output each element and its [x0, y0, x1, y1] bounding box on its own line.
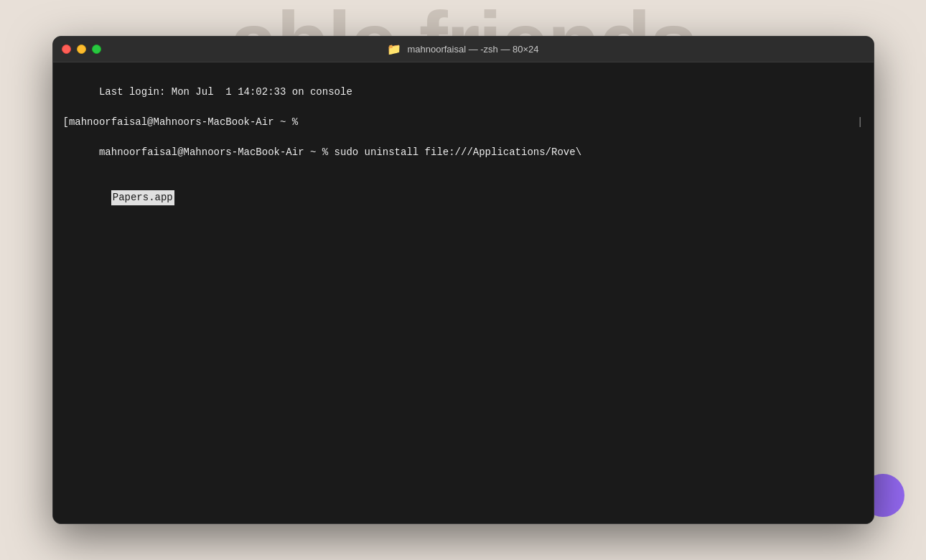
- terminal-line-5: [63, 220, 864, 235]
- traffic-lights: [62, 45, 101, 54]
- terminal-line-10: [63, 296, 864, 311]
- terminal-line-12: [63, 326, 864, 341]
- terminal-line-17: [63, 401, 864, 416]
- terminal-line-18: [63, 416, 864, 431]
- prompt-line-2: [mahnoorfaisal@Mahnoors-MacBook-Air ~ %: [63, 115, 299, 130]
- terminal-line-8: [63, 266, 864, 281]
- terminal-line-4-autocomplete: Papers.app: [63, 175, 864, 220]
- title-text: mahnoorfaisal — -zsh — 80×24: [407, 44, 538, 55]
- terminal-title: 📁 mahnoorfaisal — -zsh — 80×24: [387, 42, 538, 56]
- maximize-button[interactable]: [92, 45, 101, 54]
- terminal-line-14: [63, 356, 864, 371]
- autocomplete-highlight: Papers.app: [111, 190, 174, 205]
- terminal-line-6: [63, 235, 864, 251]
- terminal-window[interactable]: 📁 mahnoorfaisal — -zsh — 80×24 Last logi…: [52, 36, 874, 524]
- terminal-line-19: [63, 431, 864, 447]
- terminal-line-16: [63, 386, 864, 401]
- minimize-button[interactable]: [77, 45, 86, 54]
- last-login-text: Last login: Mon Jul 1 14:02:33 on consol…: [99, 86, 352, 98]
- terminal-title-bar: 📁 mahnoorfaisal — -zsh — 80×24: [53, 37, 874, 62]
- terminal-line-11: [63, 311, 864, 326]
- right-border-mark: |: [857, 115, 863, 130]
- terminal-line-2: [mahnoorfaisal@Mahnoors-MacBook-Air ~ % …: [63, 115, 864, 130]
- terminal-line-9: [63, 281, 864, 296]
- command-text: mahnoorfaisal@Mahnoors-MacBook-Air ~ % s…: [99, 146, 581, 158]
- terminal-line-1: Last login: Mon Jul 1 14:02:33 on consol…: [63, 70, 864, 115]
- terminal-content[interactable]: Last login: Mon Jul 1 14:02:33 on consol…: [53, 62, 874, 523]
- terminal-line-13: [63, 341, 864, 356]
- close-button[interactable]: [62, 45, 71, 54]
- terminal-line-3: mahnoorfaisal@Mahnoors-MacBook-Air ~ % s…: [63, 130, 864, 175]
- terminal-line-7: [63, 251, 864, 266]
- folder-icon: 📁: [387, 42, 401, 56]
- terminal-line-20: [63, 447, 864, 462]
- terminal-line-15: [63, 371, 864, 386]
- autocomplete-prefix: [99, 192, 111, 203]
